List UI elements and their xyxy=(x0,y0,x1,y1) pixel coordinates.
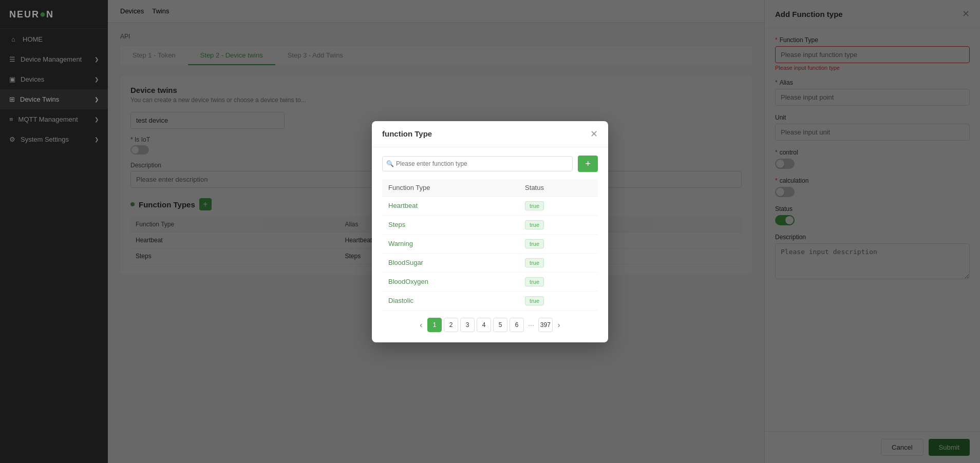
row-function-type: BloodSugar xyxy=(382,253,519,272)
table-row[interactable]: Steps true xyxy=(382,215,598,234)
page-btn-6[interactable]: 6 xyxy=(510,318,524,332)
page-btn-4[interactable]: 4 xyxy=(477,318,491,332)
row-status: true xyxy=(519,196,598,215)
page-btn-total[interactable]: 397 xyxy=(538,318,553,332)
table-row[interactable]: Warning true xyxy=(382,234,598,253)
function-type-modal: function Type ✕ 🔍 + Function Type Status xyxy=(372,121,608,342)
table-row[interactable]: BloodOxygen true xyxy=(382,272,598,291)
modal-col-function-type: Function Type xyxy=(382,179,519,197)
modal-add-button[interactable]: + xyxy=(578,156,598,172)
modal-close-button[interactable]: ✕ xyxy=(590,129,598,139)
modal-body: 🔍 + Function Type Status Heartbeat true xyxy=(372,147,608,342)
row-function-type: Diastolic xyxy=(382,291,519,310)
modal-search-row: 🔍 + xyxy=(382,156,598,172)
page-btn-2[interactable]: 2 xyxy=(444,318,458,332)
modal-search-input[interactable] xyxy=(382,156,573,171)
modal-overlay: function Type ✕ 🔍 + Function Type Status xyxy=(0,0,980,463)
modal-function-type-table: Function Type Status Heartbeat true Step… xyxy=(382,179,598,311)
page-btn-1[interactable]: 1 xyxy=(427,318,442,332)
pagination-prev-button[interactable]: ‹ xyxy=(417,320,425,330)
row-status: true xyxy=(519,291,598,310)
row-status: true xyxy=(519,253,598,272)
row-function-type: Steps xyxy=(382,215,519,234)
table-row[interactable]: BloodSugar true xyxy=(382,253,598,272)
modal-col-status: Status xyxy=(519,179,598,197)
row-status: true xyxy=(519,272,598,291)
modal-header: function Type ✕ xyxy=(372,121,608,147)
row-status: true xyxy=(519,234,598,253)
search-icon: 🔍 xyxy=(386,160,394,167)
pagination-ellipsis: ··· xyxy=(526,321,536,329)
row-function-type: Warning xyxy=(382,234,519,253)
row-status: true xyxy=(519,215,598,234)
row-function-type: Heartbeat xyxy=(382,196,519,215)
table-row[interactable]: Heartbeat true xyxy=(382,196,598,215)
pagination-next-button[interactable]: › xyxy=(555,320,563,330)
modal-title: function Type xyxy=(382,129,432,138)
pagination: ‹ 1 2 3 4 5 6 ··· 397 › xyxy=(382,311,598,334)
table-row[interactable]: Diastolic true xyxy=(382,291,598,310)
row-function-type: BloodOxygen xyxy=(382,272,519,291)
page-btn-3[interactable]: 3 xyxy=(460,318,475,332)
page-btn-5[interactable]: 5 xyxy=(493,318,507,332)
